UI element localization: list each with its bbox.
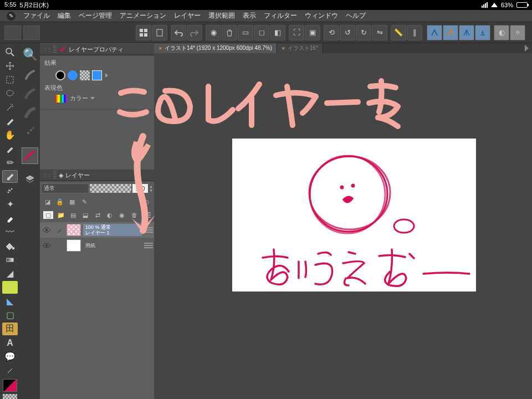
color-mode-dropdown[interactable]: カラー bbox=[70, 94, 95, 103]
subtool-active-brush-icon[interactable] bbox=[22, 147, 38, 164]
layer-name[interactable]: 100 % 通常 レイヤー 1 bbox=[83, 224, 142, 236]
canvas-viewport[interactable] bbox=[154, 53, 532, 399]
mask-icon[interactable]: ◐ bbox=[142, 197, 151, 206]
brush-tool-icon[interactable] bbox=[2, 170, 18, 183]
lasso-tool-icon[interactable] bbox=[2, 87, 18, 100]
doc-tab-2[interactable]: ✕イラスト16* bbox=[277, 43, 323, 53]
correct-tool-icon[interactable]: ⟋ bbox=[2, 364, 18, 377]
lock-icon[interactable]: 🔒 bbox=[55, 197, 64, 206]
newfolder-icon[interactable]: 📁 bbox=[57, 211, 65, 219]
toolbar-fit-icon[interactable]: ⛶ bbox=[289, 25, 304, 40]
move-tool-icon[interactable] bbox=[2, 59, 18, 72]
layer-name[interactable]: 用紙 bbox=[83, 239, 142, 252]
effect-tone-icon[interactable] bbox=[68, 70, 78, 80]
draft-icon[interactable]: ✎ bbox=[80, 197, 89, 206]
opacity-value[interactable]: 100 bbox=[132, 184, 148, 193]
decoration-tool-icon[interactable]: ✦ bbox=[2, 198, 18, 211]
layer-grip-icon[interactable] bbox=[144, 243, 153, 248]
menu-file[interactable]: ファイル bbox=[23, 11, 50, 21]
effect-checker-icon[interactable] bbox=[80, 70, 90, 80]
toolbar-undo-icon[interactable] bbox=[171, 25, 186, 40]
toolbar-page-icon[interactable] bbox=[152, 25, 167, 40]
text-tool-icon[interactable]: A bbox=[2, 336, 18, 349]
layer-row-1[interactable]: 100 % 通常 レイヤー 1 bbox=[40, 222, 154, 238]
effect-layercolor-icon[interactable] bbox=[92, 70, 102, 80]
menu-window[interactable]: ウィンドウ bbox=[305, 11, 338, 21]
menu-view[interactable]: 表示 bbox=[243, 11, 256, 21]
toolbar-grid-icon[interactable] bbox=[136, 25, 151, 40]
selection-tool-icon[interactable] bbox=[2, 73, 18, 86]
menu-filter[interactable]: フィルター bbox=[264, 11, 297, 21]
figure-tool-icon[interactable]: ◢ bbox=[2, 267, 18, 280]
toolbar-snap-3-icon[interactable] bbox=[459, 25, 474, 40]
toolbar-rotate-left-icon[interactable]: ↺ bbox=[340, 25, 355, 40]
layer-thumbnail[interactable] bbox=[66, 224, 81, 236]
toolbar-record-icon[interactable]: ◉ bbox=[206, 25, 221, 40]
toolbar-assist-icon[interactable]: ✧ bbox=[510, 25, 525, 40]
blend-tool-icon[interactable]: 〰 bbox=[2, 226, 18, 238]
opacity-slider[interactable] bbox=[90, 184, 132, 193]
menu-edit[interactable]: 編集 bbox=[58, 11, 71, 21]
toolbar-snap-2-icon[interactable] bbox=[443, 25, 458, 40]
wand-tool-icon[interactable] bbox=[2, 101, 18, 114]
balloon-tool-icon[interactable]: 💬 bbox=[2, 350, 18, 363]
menu-selection[interactable]: 選択範囲 bbox=[208, 11, 235, 21]
frame-tool-icon[interactable]: ▢ bbox=[2, 309, 18, 321]
toolbar-invert-icon[interactable]: ◧ bbox=[270, 25, 285, 40]
apply-icon[interactable]: ◉ bbox=[117, 211, 126, 219]
effect-border-icon[interactable] bbox=[55, 70, 65, 80]
toolbar-100pct-icon[interactable]: ▣ bbox=[305, 25, 320, 40]
menu-layer[interactable]: レイヤー bbox=[174, 11, 201, 21]
menu-page[interactable]: ページ管理 bbox=[79, 11, 112, 21]
menu-help[interactable]: ヘルプ bbox=[346, 11, 366, 21]
reflayer-icon[interactable]: ▦ bbox=[68, 197, 76, 206]
app-logo-icon[interactable]: ✎ bbox=[7, 12, 16, 21]
pen-tool-icon[interactable] bbox=[2, 142, 18, 155]
hand-tool-icon[interactable]: ✋ bbox=[2, 129, 18, 141]
layer-panel-tab[interactable]: ⋮⋮ ◈ レイヤー bbox=[40, 169, 154, 181]
subtool-brush-2-icon[interactable] bbox=[22, 85, 38, 102]
layer-thumbnail[interactable] bbox=[66, 239, 81, 252]
subtool-magnify-icon[interactable]: 🔍 bbox=[21, 45, 39, 64]
eraser-tool-icon[interactable] bbox=[2, 212, 18, 224]
layer-visibility-icon[interactable] bbox=[41, 242, 52, 249]
subtool-layers-icon[interactable] bbox=[22, 172, 38, 186]
airbrush-tool-icon[interactable] bbox=[2, 184, 18, 197]
ruler-tool-icon[interactable]: ◣ bbox=[2, 295, 18, 308]
newlayer-icon[interactable]: ▢ bbox=[43, 211, 53, 219]
layer-visibility-icon[interactable] bbox=[41, 226, 52, 234]
eyedropper-tool-icon[interactable] bbox=[2, 115, 18, 127]
layer-grip-icon[interactable] bbox=[144, 227, 153, 233]
layer-transfer-icon[interactable]: ⇄ bbox=[93, 211, 102, 219]
effect-expand-icon[interactable] bbox=[105, 73, 108, 78]
toolbar-redo-icon[interactable] bbox=[187, 25, 202, 40]
subtool-brush-4-icon[interactable] bbox=[22, 123, 38, 140]
frame2-tool-icon[interactable]: 田 bbox=[2, 323, 18, 335]
subtool-brush-1-icon[interactable] bbox=[22, 66, 38, 83]
toolbar-trash-icon[interactable] bbox=[222, 25, 237, 40]
gradient-tool-icon[interactable] bbox=[2, 253, 18, 266]
toolbar-flip-h-icon[interactable]: ⇋ bbox=[372, 25, 387, 40]
toolbar-snap-1-icon[interactable] bbox=[427, 25, 442, 40]
fill-tool-icon[interactable] bbox=[2, 239, 18, 252]
transparent-swatch[interactable] bbox=[3, 394, 17, 399]
toolbar-erase-icon[interactable]: ▭ bbox=[238, 25, 253, 40]
layer-menu-icon[interactable] bbox=[142, 212, 151, 218]
deletelayer-icon[interactable]: 🗑 bbox=[130, 211, 139, 219]
doc-tab-1[interactable]: ✕イラスト14* (1920 x 1200px 600dpi 48.7%) bbox=[154, 43, 277, 53]
toolbar-select-clear-icon[interactable]: ◻ bbox=[254, 25, 269, 40]
toolbar-parallel-icon[interactable]: ∥ bbox=[407, 25, 422, 40]
subtool-brush-3-icon[interactable] bbox=[22, 104, 38, 121]
blend-mode-dropdown[interactable]: 通常 bbox=[41, 183, 89, 193]
layermask-icon[interactable]: ◐ bbox=[105, 211, 114, 219]
toolbar-reset-rotate-icon[interactable]: ⟲ bbox=[324, 25, 339, 40]
toolbar-help-icon[interactable]: ◐ bbox=[494, 25, 509, 40]
tab-overflow-icon[interactable] bbox=[525, 45, 529, 52]
toolbar-ruler-icon[interactable]: 📏 bbox=[391, 25, 406, 40]
layer-row-paper[interactable]: 用紙 bbox=[40, 238, 154, 253]
clip-icon[interactable]: ◪ bbox=[43, 197, 52, 206]
magnify-tool-icon[interactable] bbox=[2, 45, 18, 58]
layer-property-panel-tab[interactable]: ⋮⋮ レイヤープロパティ bbox=[40, 43, 154, 55]
color-swatch[interactable] bbox=[3, 379, 17, 392]
layer-add-icon[interactable]: ▤ bbox=[69, 211, 78, 219]
